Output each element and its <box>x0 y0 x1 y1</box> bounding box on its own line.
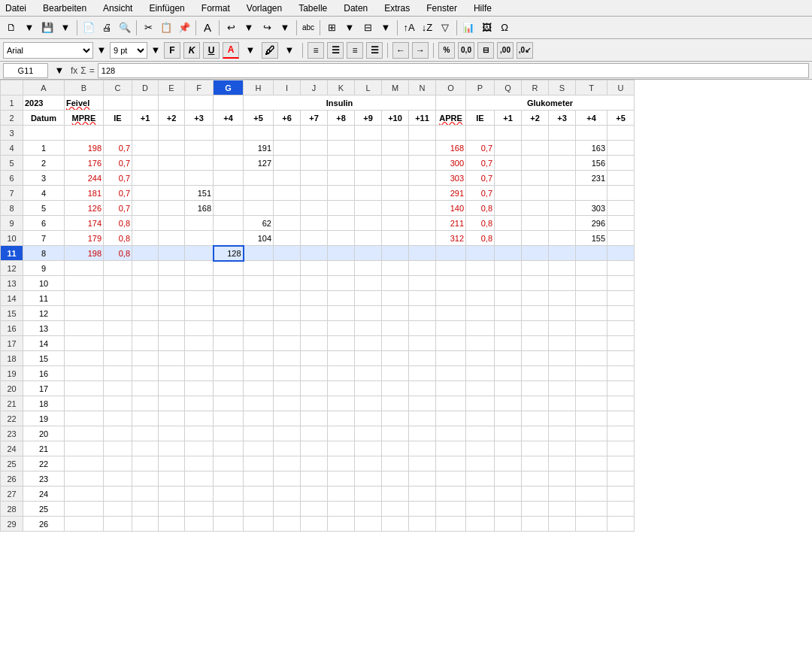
cell-K16[interactable] <box>328 321 355 336</box>
cell-D10[interactable] <box>132 231 159 246</box>
undo-button[interactable]: ↩ <box>223 20 239 36</box>
cell-T10[interactable]: 155 <box>576 231 607 246</box>
cell-U3[interactable] <box>607 126 635 141</box>
cell-K27[interactable] <box>328 487 355 502</box>
cell-T7[interactable] <box>576 186 607 201</box>
justify[interactable]: ☰ <box>366 42 383 59</box>
open-dropdown[interactable]: ▼ <box>21 20 38 36</box>
date-format[interactable]: ⊟ <box>477 42 494 59</box>
cell-H11[interactable] <box>244 246 274 261</box>
cell-L5[interactable] <box>355 156 382 171</box>
cell-B12[interactable] <box>65 261 104 276</box>
cell-L21[interactable] <box>355 396 382 411</box>
cell-R28[interactable] <box>522 502 549 517</box>
col-header-T[interactable]: T <box>576 80 607 96</box>
cell-P13[interactable] <box>466 276 495 291</box>
cell-G26[interactable] <box>214 471 244 487</box>
cell-F4[interactable] <box>185 141 214 156</box>
cell-S12[interactable] <box>549 261 576 276</box>
cell-P29[interactable] <box>466 517 495 532</box>
sort-asc[interactable]: ↑A <box>401 20 417 36</box>
cell-U5[interactable] <box>607 156 635 171</box>
cell-O13[interactable] <box>436 276 466 291</box>
cell-Q10[interactable] <box>495 231 522 246</box>
cell-A25[interactable]: 22 <box>23 456 65 471</box>
cell-J27[interactable] <box>301 487 328 502</box>
cell-B28[interactable] <box>65 502 104 517</box>
formula-input[interactable] <box>98 63 809 78</box>
cell-B9[interactable]: 174 <box>65 216 104 231</box>
redo-dropdown[interactable]: ▼ <box>277 20 293 36</box>
cell-D19[interactable] <box>132 366 159 381</box>
cell-K11[interactable] <box>328 246 355 261</box>
cell-I11[interactable] <box>274 246 301 261</box>
cell-H2[interactable]: +5 <box>244 111 274 126</box>
cell-R2[interactable]: +2 <box>522 111 549 126</box>
cell-D8[interactable] <box>132 201 159 216</box>
cell-F19[interactable] <box>185 366 214 381</box>
cell-Q23[interactable] <box>495 426 522 441</box>
cell-N26[interactable] <box>409 471 436 487</box>
cell-R11[interactable] <box>522 246 549 261</box>
cell-L7[interactable] <box>355 186 382 201</box>
cell-Q7[interactable] <box>495 186 522 201</box>
cell-A1[interactable]: 2023 <box>23 96 65 111</box>
cell-D20[interactable] <box>132 381 159 396</box>
cell-M24[interactable] <box>382 441 409 456</box>
save-dropdown[interactable]: ▼ <box>57 20 74 36</box>
cell-O26[interactable] <box>436 471 466 487</box>
cell-E23[interactable] <box>159 426 185 441</box>
cell-L4[interactable] <box>355 141 382 156</box>
cell-Q24[interactable] <box>495 441 522 456</box>
cell-H5[interactable]: 127 <box>244 156 274 171</box>
cell-J16[interactable] <box>301 321 328 336</box>
cell-U25[interactable] <box>607 456 635 471</box>
cell-T16[interactable] <box>576 321 607 336</box>
cell-B8[interactable]: 126 <box>65 201 104 216</box>
cell-K4[interactable] <box>328 141 355 156</box>
cell-F1[interactable] <box>185 96 214 111</box>
cell-M25[interactable] <box>382 456 409 471</box>
col-header-R[interactable]: R <box>522 80 549 96</box>
cell-O17[interactable] <box>436 336 466 351</box>
cell-O25[interactable] <box>436 456 466 471</box>
cell-J19[interactable] <box>301 366 328 381</box>
cell-Q14[interactable] <box>495 291 522 306</box>
cell-S22[interactable] <box>549 411 576 426</box>
cell-G28[interactable] <box>214 502 244 517</box>
cell-T6[interactable]: 231 <box>576 171 607 186</box>
cell-R24[interactable] <box>522 441 549 456</box>
cell-M14[interactable] <box>382 291 409 306</box>
cell-O15[interactable] <box>436 306 466 321</box>
cell-C6[interactable]: 0,7 <box>104 171 132 186</box>
cell-H22[interactable] <box>244 411 274 426</box>
cell-C2[interactable]: IE <box>104 111 132 126</box>
cell-B1[interactable]: Feivel <box>65 96 104 111</box>
cell-J23[interactable] <box>301 426 328 441</box>
cell-U22[interactable] <box>607 411 635 426</box>
cell-U24[interactable] <box>607 441 635 456</box>
cell-T26[interactable] <box>576 471 607 487</box>
cell-H12[interactable] <box>244 261 274 276</box>
cell-M12[interactable] <box>382 261 409 276</box>
cell-H21[interactable] <box>244 396 274 411</box>
menu-fenster[interactable]: Fenster <box>424 3 459 14</box>
cell-J8[interactable] <box>301 201 328 216</box>
cell-A28[interactable]: 25 <box>23 502 65 517</box>
cell-M3[interactable] <box>382 126 409 141</box>
cell-G20[interactable] <box>214 381 244 396</box>
cell-I16[interactable] <box>274 321 301 336</box>
cell-U16[interactable] <box>607 321 635 336</box>
cell-I13[interactable] <box>274 276 301 291</box>
cell-J24[interactable] <box>301 441 328 456</box>
cell-C11[interactable]: 0,8 <box>104 246 132 261</box>
cell-H28[interactable] <box>244 502 274 517</box>
cell-F14[interactable] <box>185 291 214 306</box>
cell-L9[interactable] <box>355 216 382 231</box>
cell-I14[interactable] <box>274 291 301 306</box>
cell-E25[interactable] <box>159 456 185 471</box>
cell-K18[interactable] <box>328 351 355 366</box>
cell-H24[interactable] <box>244 441 274 456</box>
cell-F22[interactable] <box>185 411 214 426</box>
cell-G29[interactable] <box>214 517 244 532</box>
